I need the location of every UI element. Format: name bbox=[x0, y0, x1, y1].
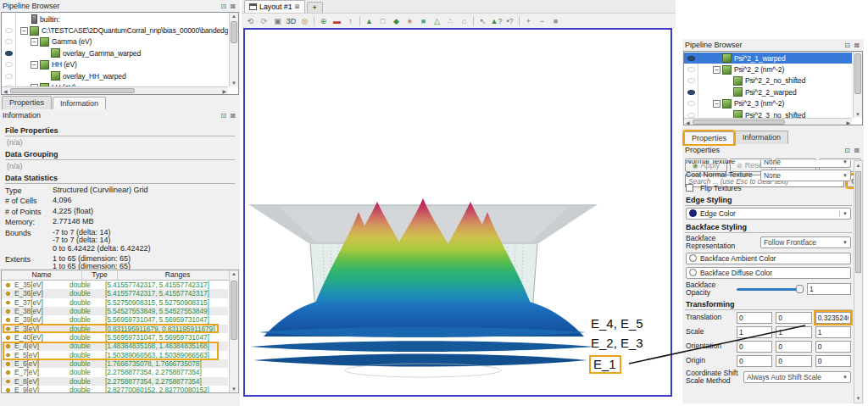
column-type[interactable]: Type bbox=[82, 270, 118, 280]
close-dock-icon[interactable]: ⊠ bbox=[228, 112, 237, 120]
table-row[interactable]: E_7[eV] double [2.2758877354, 2.27588773… bbox=[2, 368, 228, 376]
scale-z-input[interactable] bbox=[815, 326, 851, 338]
scroll-down-icon[interactable]: ▼ bbox=[854, 112, 862, 117]
toolbar-icon[interactable]: ∴ bbox=[444, 15, 457, 27]
pipeline-tree-item[interactable]: − Psi^2_2_warped bbox=[684, 86, 852, 97]
toolbar-icon[interactable]: ▣ bbox=[271, 15, 284, 27]
toolbar-icon[interactable]: ↖ bbox=[476, 15, 489, 27]
table-row[interactable]: E_9[eV] double [2.82770080152, 2.8277008… bbox=[2, 386, 228, 393]
tree-expander-icon[interactable]: − bbox=[713, 100, 721, 108]
pipeline-tree-item[interactable]: − Psi^2_1_warped bbox=[684, 53, 852, 64]
toolbar-icon[interactable]: ⟳ bbox=[258, 15, 270, 27]
visibility-eye-icon[interactable] bbox=[2, 70, 15, 81]
tab-information[interactable]: Information bbox=[735, 131, 788, 144]
scrollbar-thumb[interactable] bbox=[854, 53, 861, 94]
toolbar-icon[interactable] bbox=[314, 16, 314, 26]
visibility-eye-icon[interactable] bbox=[684, 75, 698, 86]
pipeline-tree-item[interactable]: − Psi^2_3 (nm^-2) bbox=[684, 98, 852, 109]
toolbar-icon[interactable] bbox=[519, 16, 520, 26]
chevron-down-icon[interactable]: ▼ bbox=[839, 211, 848, 216]
toolbar-icon[interactable]: ◆ bbox=[390, 15, 403, 27]
visibility-eye-icon[interactable] bbox=[684, 86, 698, 97]
pipeline-tree-item[interactable]: − HH (eV) bbox=[2, 59, 228, 70]
table-row[interactable]: E_4[eV] double [1.48384835168, 1.4838483… bbox=[2, 342, 228, 350]
edge-color-combo[interactable]: Edge Color ▼ bbox=[686, 208, 851, 220]
table-vertical-scrollbar[interactable]: ▲ ▼ bbox=[229, 270, 238, 392]
orientation-z-input[interactable] bbox=[815, 341, 851, 353]
tree-expander-icon[interactable]: − bbox=[31, 38, 38, 46]
backface-diffuse-color-button[interactable]: Backface Diffuse Color bbox=[686, 267, 851, 279]
visibility-eye-icon[interactable] bbox=[684, 98, 698, 109]
toolbar-icon[interactable]: △ bbox=[431, 15, 443, 27]
tree-expander-icon[interactable]: − bbox=[20, 27, 28, 35]
scroll-right-icon[interactable]: ▶ bbox=[222, 88, 226, 94]
tree-horizontal-scrollbar[interactable]: ◀ ▶ bbox=[684, 118, 852, 125]
close-dock-icon[interactable]: ⊠ bbox=[852, 147, 861, 154]
scroll-left-icon[interactable]: ◀ bbox=[686, 120, 690, 125]
coordinate-shift-select[interactable]: Always Auto Shift Scale▼ bbox=[743, 371, 851, 383]
toolbar-icon[interactable]: ⌂ bbox=[458, 15, 470, 27]
scroll-down-icon[interactable]: ▼ bbox=[230, 387, 238, 392]
toolbar-icon[interactable]: ∗ bbox=[403, 15, 416, 27]
translation-z-input[interactable] bbox=[815, 312, 851, 324]
table-row[interactable]: E_39[eV] double [5.56959731047, 5.569597… bbox=[2, 315, 228, 324]
toolbar-icon[interactable]: − bbox=[536, 15, 548, 27]
toolbar-icon[interactable]: ▲ bbox=[363, 15, 376, 27]
translation-y-input[interactable] bbox=[776, 312, 811, 324]
normal-texture-select[interactable]: None▼ bbox=[760, 160, 851, 168]
coat-normal-texture-select[interactable]: None▼ bbox=[760, 170, 851, 181]
visibility-eye-icon[interactable] bbox=[684, 64, 698, 75]
tree-expander-icon[interactable]: − bbox=[713, 66, 721, 74]
scale-x-input[interactable] bbox=[737, 326, 772, 338]
tree-vertical-scrollbar[interactable]: ▼ bbox=[853, 52, 862, 118]
pipeline-tree-item[interactable]: − C:\TESTCASE\2DQuantumCorral_nnp\bias_0… bbox=[2, 25, 228, 36]
orientation-y-input[interactable] bbox=[776, 341, 811, 353]
visibility-eye-icon[interactable] bbox=[2, 25, 15, 36]
scrollbar-thumb[interactable] bbox=[10, 88, 135, 93]
table-row[interactable]: E_3[eV] double [0.831195911679, 0.831195… bbox=[2, 325, 228, 333]
table-row[interactable]: E_8[eV] double [2.2758877354, 2.27588773… bbox=[2, 377, 228, 386]
tab-properties[interactable]: Properties bbox=[2, 96, 52, 109]
pipeline-tree-item[interactable]: − builtin: bbox=[2, 14, 228, 25]
scroll-down-icon[interactable]: ▼ bbox=[230, 81, 238, 86]
pipeline-tree-item[interactable]: − Gamma (eV) bbox=[2, 36, 228, 47]
tree-expander-icon[interactable]: − bbox=[31, 61, 38, 69]
float-dock-icon[interactable]: ⊡ bbox=[843, 42, 852, 49]
pipeline-tree-item[interactable]: − overlay_Gamma_warped bbox=[2, 47, 228, 58]
float-dock-icon[interactable]: ⊡ bbox=[219, 112, 228, 120]
origin-y-input[interactable] bbox=[776, 355, 811, 367]
visibility-eye-icon[interactable] bbox=[2, 47, 15, 58]
scroll-left-icon[interactable]: ◀ bbox=[3, 88, 8, 94]
scrollbar-thumb[interactable] bbox=[231, 21, 237, 43]
pipeline-tree-item[interactable]: − overlay_HH_warped bbox=[2, 70, 228, 81]
pipeline-tree-item[interactable]: − Psi^2_3_no_shifted bbox=[684, 109, 852, 118]
table-row[interactable]: E_6[eV] double [1.7666735078, 1.76667350… bbox=[2, 359, 228, 368]
translation-x-input[interactable] bbox=[737, 312, 772, 324]
close-tab-icon[interactable]: ⊠ bbox=[295, 3, 300, 10]
column-ranges[interactable]: Ranges bbox=[118, 270, 238, 280]
toolbar-icon[interactable]: □ bbox=[376, 15, 389, 27]
tree-horizontal-scrollbar[interactable]: ◀ ▶ bbox=[2, 86, 228, 94]
toolbar-icon[interactable]: ↑ bbox=[344, 15, 357, 27]
visibility-eye-icon[interactable] bbox=[2, 36, 15, 47]
toolbar-icon[interactable] bbox=[473, 16, 474, 26]
float-dock-icon[interactable]: ⊡ bbox=[219, 3, 228, 10]
toolbar-icon[interactable]: ⟲ bbox=[244, 15, 257, 27]
toolbar-icon[interactable]: ▬ bbox=[331, 15, 343, 27]
toolbar-icon[interactable] bbox=[359, 16, 360, 26]
scrollbar-thumb[interactable] bbox=[231, 281, 237, 340]
table-row[interactable]: E_38[eV] double [5.54527553849, 5.545275… bbox=[2, 307, 228, 315]
layout-tab[interactable]: Layout #1 ⊠ bbox=[244, 0, 305, 13]
table-row[interactable]: E_5[eV] double [1.50389066563, 1.5038906… bbox=[2, 351, 228, 359]
scroll-up-icon[interactable]: ▲ bbox=[854, 163, 862, 168]
visibility-eye-icon[interactable] bbox=[684, 53, 698, 64]
flip-textures-checkbox[interactable] bbox=[686, 184, 693, 192]
tab-information[interactable]: Information bbox=[53, 97, 106, 109]
scroll-up-icon[interactable]: ▲ bbox=[230, 271, 238, 276]
backface-representation-select[interactable]: Follow Frontface▼ bbox=[760, 236, 851, 248]
toolbar-icon[interactable]: ◎ bbox=[298, 15, 311, 27]
backface-ambient-color-button[interactable]: Backface Ambient Color bbox=[686, 253, 851, 264]
visibility-eye-icon[interactable] bbox=[2, 14, 15, 25]
toolbar-icon[interactable]: ■ bbox=[417, 15, 430, 27]
close-dock-icon[interactable]: ⊠ bbox=[852, 42, 861, 49]
